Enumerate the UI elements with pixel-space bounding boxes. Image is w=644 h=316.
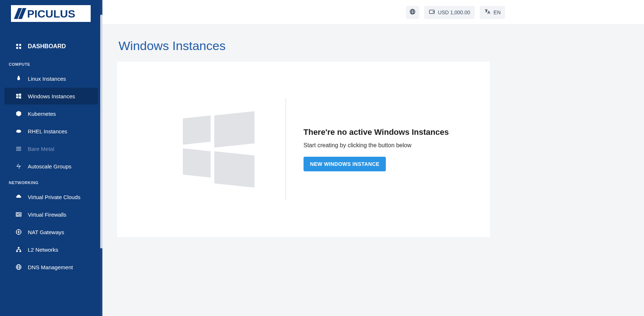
sidebar-section-networking: NETWORKING bbox=[0, 175, 102, 189]
nat-icon bbox=[15, 229, 22, 235]
sidebar-item-label: RHEL Instances bbox=[28, 128, 67, 134]
svg-rect-10 bbox=[19, 96, 21, 99]
linux-icon bbox=[15, 75, 22, 82]
empty-state-subtext: Start creating by clicking the button be… bbox=[304, 142, 449, 149]
dns-icon bbox=[15, 264, 22, 270]
autoscale-icon bbox=[15, 163, 22, 170]
sidebar-item-rhel-instances[interactable]: RHEL Instances bbox=[4, 123, 98, 140]
windows-logo-icon bbox=[183, 115, 255, 183]
sidebar-item-nat-gateways[interactable]: NAT Gateways bbox=[4, 224, 98, 240]
balance-button[interactable]: USD 1,000.00 bbox=[424, 6, 475, 19]
topbar: USD 1,000.00 EN bbox=[102, 0, 644, 25]
svg-rect-8 bbox=[19, 94, 21, 96]
svg-rect-3 bbox=[16, 44, 18, 46]
windows-icon bbox=[15, 93, 22, 99]
svg-point-18 bbox=[18, 231, 20, 233]
sidebar-item-label: Virtual Firewalls bbox=[28, 212, 67, 218]
svg-rect-14 bbox=[16, 148, 21, 149]
sidebar-item-label: Virtual Private Clouds bbox=[28, 194, 80, 200]
sidebar-item-vpc[interactable]: Virtual Private Clouds bbox=[4, 189, 98, 205]
kubernetes-icon bbox=[15, 110, 22, 117]
empty-state-heading: There're no active Windows Instances bbox=[304, 127, 449, 137]
wallet-icon bbox=[429, 8, 435, 16]
sidebar-item-label: Autoscale Groups bbox=[28, 163, 71, 170]
svg-rect-16 bbox=[16, 213, 21, 217]
sidebar-item-dns-management[interactable]: DNS Management bbox=[4, 259, 98, 275]
l2network-icon bbox=[15, 246, 22, 253]
sidebar-item-label: L2 Networks bbox=[28, 247, 58, 253]
language-label: EN bbox=[494, 9, 501, 15]
translate-icon bbox=[484, 8, 491, 16]
vertical-divider bbox=[286, 98, 286, 201]
sidebar-item-bare-metal: Bare Metal bbox=[4, 140, 98, 157]
svg-rect-21 bbox=[19, 251, 21, 252]
globe-button[interactable] bbox=[406, 6, 419, 19]
sidebar-item-windows-instances[interactable]: Windows Instances bbox=[4, 88, 98, 104]
firewall-icon bbox=[15, 211, 22, 218]
svg-rect-6 bbox=[19, 47, 21, 49]
sidebar-item-label: Kubernetes bbox=[28, 111, 56, 117]
svg-marker-11 bbox=[16, 111, 21, 117]
svg-rect-20 bbox=[16, 251, 18, 252]
new-windows-instance-button[interactable]: NEW WINDOWS INSTANCE bbox=[304, 157, 386, 171]
brand-logo[interactable]: PICULUS bbox=[0, 0, 102, 27]
svg-text:PICULUS: PICULUS bbox=[27, 8, 75, 20]
redhat-icon bbox=[15, 128, 22, 134]
sidebar-item-label: Linux Instances bbox=[28, 76, 66, 82]
svg-rect-15 bbox=[16, 150, 21, 151]
svg-rect-27 bbox=[433, 11, 434, 12]
sidebar-item-label: DNS Management bbox=[28, 264, 73, 270]
sidebar-item-label: Windows Instances bbox=[28, 93, 75, 99]
sidebar-section-compute: COMPUTE bbox=[0, 57, 102, 70]
page-title: Windows Instances bbox=[118, 39, 629, 53]
sidebar-item-autoscale-groups[interactable]: Autoscale Groups bbox=[4, 158, 98, 175]
sidebar-item-label: Bare Metal bbox=[28, 146, 54, 152]
main: USD 1,000.00 EN Windows Instances Ther bbox=[102, 0, 644, 316]
sidebar-item-linux-instances[interactable]: Linux Instances bbox=[4, 70, 98, 87]
svg-rect-9 bbox=[16, 96, 18, 98]
sidebar-item-label: DASHBOARD bbox=[28, 43, 66, 50]
sidebar-item-kubernetes[interactable]: Kubernetes bbox=[4, 105, 98, 122]
sidebar-item-dashboard[interactable]: DASHBOARD bbox=[4, 38, 98, 55]
empty-state-illustration bbox=[158, 115, 279, 183]
vpc-icon bbox=[15, 194, 22, 200]
brand-logo-text: PICULUS bbox=[11, 5, 91, 22]
baremetal-icon bbox=[15, 145, 22, 152]
svg-rect-13 bbox=[16, 147, 21, 148]
svg-rect-19 bbox=[18, 247, 20, 248]
sidebar-scrollbar-thumb[interactable] bbox=[100, 15, 102, 248]
sidebar-item-virtual-firewalls[interactable]: Virtual Firewalls bbox=[4, 206, 98, 223]
sidebar-item-label: NAT Gateways bbox=[28, 229, 64, 235]
balance-label: USD 1,000.00 bbox=[438, 9, 470, 15]
svg-rect-5 bbox=[16, 47, 18, 49]
content: Windows Instances There're no active Win… bbox=[102, 25, 644, 316]
language-button[interactable]: EN bbox=[480, 6, 505, 19]
dashboard-icon bbox=[15, 43, 22, 50]
sidebar: PICULUS DASHBOARD COMPUTE Linux Instance… bbox=[0, 0, 102, 316]
svg-rect-4 bbox=[19, 44, 21, 46]
empty-state-card: There're no active Windows Instances Sta… bbox=[117, 62, 490, 237]
svg-rect-7 bbox=[16, 94, 18, 96]
sidebar-item-l2-networks[interactable]: L2 Networks bbox=[4, 241, 98, 258]
globe-icon bbox=[409, 8, 416, 16]
